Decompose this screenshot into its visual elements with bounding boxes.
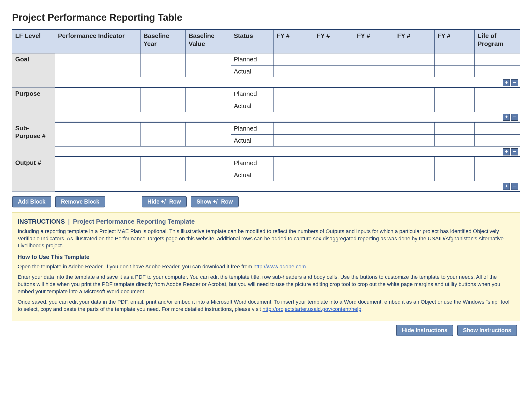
- cell[interactable]: [55, 53, 140, 77]
- cell[interactable]: [185, 87, 231, 112]
- lf-cell[interactable]: Goal: [12, 53, 55, 88]
- cell[interactable]: [274, 134, 314, 147]
- cell[interactable]: [314, 100, 354, 112]
- plus-icon[interactable]: +: [503, 114, 510, 121]
- cell[interactable]: [314, 87, 354, 100]
- cell[interactable]: [185, 53, 231, 77]
- cell[interactable]: [434, 169, 475, 181]
- cell[interactable]: [314, 157, 354, 169]
- cell[interactable]: [354, 134, 394, 147]
- instruction-button-row: Hide Instructions Show Instructions: [12, 325, 520, 336]
- plus-icon[interactable]: +: [503, 183, 510, 190]
- cell[interactable]: [185, 157, 231, 181]
- cell[interactable]: [354, 87, 394, 100]
- cell[interactable]: [274, 65, 314, 77]
- minus-icon[interactable]: −: [511, 183, 518, 190]
- cell[interactable]: [55, 122, 140, 147]
- lf-cell[interactable]: Sub-Purpose #: [12, 122, 55, 157]
- p4-text-b: .: [361, 306, 363, 312]
- cell[interactable]: [475, 122, 520, 134]
- cell[interactable]: [55, 157, 140, 181]
- cell[interactable]: [475, 134, 520, 147]
- show-pm-row-button[interactable]: Show +/- Row: [191, 196, 239, 207]
- cell[interactable]: [394, 87, 434, 100]
- cell[interactable]: [55, 87, 140, 112]
- cell[interactable]: [274, 53, 314, 65]
- cell[interactable]: [434, 157, 475, 169]
- hide-pm-row-button[interactable]: Hide +/- Row: [142, 196, 187, 207]
- cell[interactable]: [434, 65, 475, 77]
- cell[interactable]: [475, 65, 520, 77]
- performance-table: LF Level Performance Indicator Baseline …: [12, 29, 520, 192]
- cell[interactable]: [434, 100, 475, 112]
- cell[interactable]: [475, 87, 520, 100]
- cell[interactable]: [394, 122, 434, 134]
- plus-icon[interactable]: +: [503, 79, 510, 86]
- cell[interactable]: [394, 157, 434, 169]
- instructions-p1: Including a reporting template in a Proj…: [18, 228, 514, 249]
- cell[interactable]: [274, 100, 314, 112]
- col-fy-2: FY #: [314, 29, 354, 53]
- status-actual: Actual: [231, 100, 274, 112]
- cell[interactable]: [394, 65, 434, 77]
- cell[interactable]: [354, 100, 394, 112]
- pm-cell: +−: [55, 181, 520, 191]
- cell[interactable]: [274, 87, 314, 100]
- cell[interactable]: [394, 53, 434, 65]
- cell[interactable]: [140, 87, 185, 112]
- p2-text-b: .: [306, 263, 307, 270]
- status-actual: Actual: [231, 134, 274, 147]
- cell[interactable]: [394, 169, 434, 181]
- col-life-of-program: Life of Program: [475, 29, 520, 53]
- cell[interactable]: [274, 122, 314, 134]
- cell[interactable]: [314, 169, 354, 181]
- adobe-link[interactable]: http://www.adobe.com: [253, 263, 306, 270]
- cell[interactable]: [475, 53, 520, 65]
- cell[interactable]: [140, 157, 185, 181]
- table-header-row: LF Level Performance Indicator Baseline …: [12, 29, 520, 53]
- cell[interactable]: [274, 169, 314, 181]
- cell[interactable]: [354, 169, 394, 181]
- cell[interactable]: [185, 122, 231, 147]
- add-block-button[interactable]: Add Block: [12, 196, 51, 207]
- cell[interactable]: [314, 53, 354, 65]
- cell[interactable]: [140, 122, 185, 147]
- minus-icon[interactable]: −: [511, 148, 518, 155]
- lf-cell[interactable]: Purpose: [12, 87, 55, 122]
- cell[interactable]: [354, 157, 394, 169]
- p2-text-a: Open the template in Adobe Reader. If yo…: [18, 263, 253, 270]
- instructions-subtitle: Project Performance Reporting Template: [73, 218, 195, 225]
- help-link[interactable]: http://projectstarter.usaid.gov/content/…: [263, 306, 361, 312]
- cell[interactable]: [434, 134, 475, 147]
- cell[interactable]: [314, 65, 354, 77]
- cell[interactable]: [394, 134, 434, 147]
- cell[interactable]: [394, 100, 434, 112]
- cell[interactable]: [434, 53, 475, 65]
- lf-cell[interactable]: Output #: [12, 157, 55, 191]
- cell[interactable]: [274, 157, 314, 169]
- remove-block-button[interactable]: Remove Block: [55, 196, 105, 207]
- col-performance-indicator: Performance Indicator: [55, 29, 140, 53]
- pm-cell: +−: [55, 147, 520, 157]
- cell[interactable]: [434, 87, 475, 100]
- pm-cell: +−: [55, 112, 520, 122]
- cell[interactable]: [140, 53, 185, 77]
- hide-instructions-button[interactable]: Hide Instructions: [396, 325, 453, 336]
- cell[interactable]: [434, 122, 475, 134]
- how-to-title: How to Use This Template: [18, 253, 514, 261]
- minus-icon[interactable]: −: [511, 114, 518, 121]
- cell[interactable]: [475, 169, 520, 181]
- cell[interactable]: [354, 53, 394, 65]
- cell[interactable]: [354, 122, 394, 134]
- cell[interactable]: [475, 100, 520, 112]
- cell[interactable]: [354, 65, 394, 77]
- instructions-p4: Once saved, you can edit your data in th…: [18, 298, 514, 313]
- plus-icon[interactable]: +: [503, 148, 510, 155]
- show-instructions-button[interactable]: Show Instructions: [457, 325, 517, 336]
- cell[interactable]: [475, 157, 520, 169]
- cell[interactable]: [314, 134, 354, 147]
- cell[interactable]: [314, 122, 354, 134]
- status-planned: Planned: [231, 122, 274, 134]
- col-fy-1: FY #: [274, 29, 314, 53]
- minus-icon[interactable]: −: [511, 79, 518, 86]
